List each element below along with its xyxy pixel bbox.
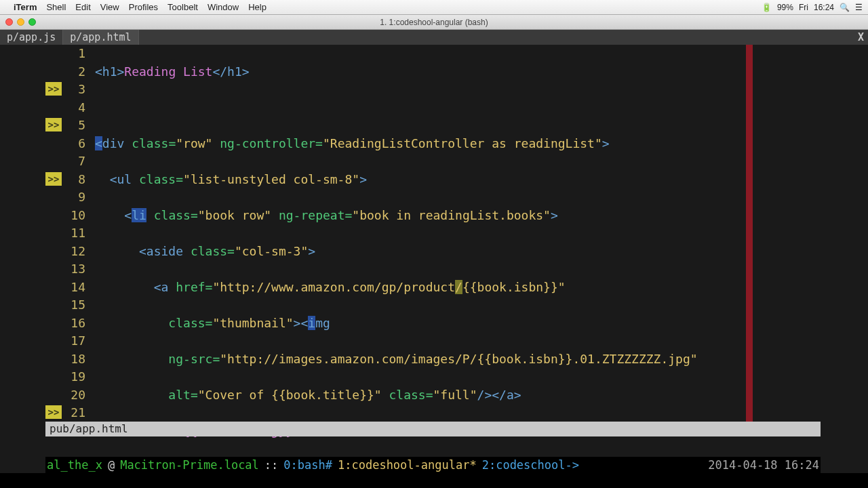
cursor: /: [455, 280, 462, 294]
status-filepath: pub/app.html: [50, 422, 128, 435]
line-number: 5: [45, 117, 90, 135]
line-number: 3: [45, 81, 90, 99]
tab-app-html[interactable]: p/app.html: [63, 30, 138, 45]
bottom-strip: [0, 473, 868, 488]
minimize-icon[interactable]: [17, 18, 24, 26]
line-number: 18: [45, 350, 90, 369]
menu-edit[interactable]: Edit: [75, 2, 90, 12]
menu-profiles[interactable]: Profiles: [129, 2, 158, 12]
line-number: 15: [45, 296, 90, 314]
line-number: 21: [45, 404, 90, 422]
line-number: 11: [45, 224, 90, 243]
line-number-gutter: 1 2 3 4 5 6 7 8 9 10 11 12 13 14 15 16 1…: [45, 45, 90, 422]
line-number: 12: [45, 243, 90, 261]
menu-icon[interactable]: ☰: [855, 3, 863, 12]
tmux-window-1[interactable]: 1:codeshool-angular*: [338, 458, 477, 472]
line-number: 16: [45, 314, 90, 333]
line-number: 8: [45, 171, 90, 189]
close-icon[interactable]: [5, 18, 13, 26]
tmux-at: @: [108, 458, 115, 472]
window-titlebar: 1. 1:codeshool-angular (bash): [0, 15, 868, 30]
battery-icon: 🔋: [762, 3, 772, 12]
vim-tabbar: p/app.js p/app.html X: [0, 30, 868, 45]
menu-window[interactable]: Window: [208, 2, 239, 12]
battery-pct: 99%: [777, 3, 793, 12]
line-number: 4: [45, 99, 90, 117]
tmux-window-0[interactable]: 0:bash#: [283, 458, 332, 472]
color-column: [746, 45, 753, 422]
tmux-sep: ::: [264, 458, 278, 472]
menu-view[interactable]: View: [100, 2, 119, 12]
window-title: 1. 1:codeshool-angular (bash): [380, 18, 488, 27]
tmux-user: al_the_x: [47, 458, 102, 472]
line-number: 13: [45, 260, 90, 279]
tmux-datetime: 2014-04-18 16:24: [708, 458, 819, 472]
line-number: 20: [45, 386, 90, 405]
tmux-host: Macitron-Prime.local: [120, 458, 259, 472]
line-number: 19: [45, 368, 90, 386]
macos-menubar: iTerm Shell Edit View Profiles Toolbelt …: [0, 0, 868, 15]
zoom-icon[interactable]: [28, 18, 36, 26]
menu-shell[interactable]: Shell: [46, 2, 66, 12]
clock-time: 16:24: [814, 3, 834, 12]
menu-help[interactable]: Help: [248, 2, 267, 12]
clock-day: Fri: [799, 3, 808, 12]
app-name[interactable]: iTerm: [14, 2, 37, 12]
line-number: 2: [45, 63, 90, 81]
line-number: 10: [45, 207, 90, 225]
line-number: 14: [45, 279, 90, 297]
tab-app-js[interactable]: p/app.js: [0, 30, 63, 45]
line-number: 7: [45, 152, 90, 171]
vim-statusline: pub/app.html: [45, 422, 821, 436]
line-number: 1: [45, 45, 90, 63]
line-number: 17: [45, 332, 90, 350]
traffic-lights: [5, 18, 36, 26]
line-number: 9: [45, 188, 90, 207]
line-number: 6: [45, 135, 90, 153]
spotlight-icon[interactable]: 🔍: [840, 3, 850, 12]
menu-toolbelt[interactable]: Toolbelt: [167, 2, 198, 12]
tmux-statusbar: al_the_x @ Macitron-Prime.local :: 0:bas…: [45, 457, 821, 473]
tmux-window-2[interactable]: 2:codeschool->: [482, 458, 579, 472]
tab-close-icon[interactable]: X: [858, 31, 864, 43]
